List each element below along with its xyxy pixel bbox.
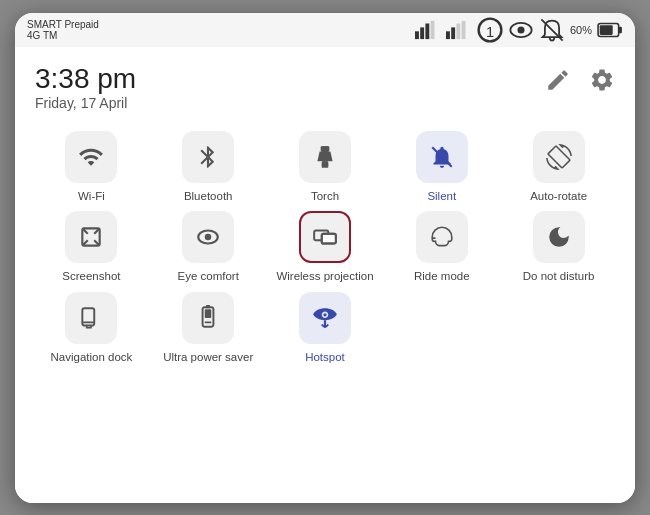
torch-icon-wrap	[299, 131, 351, 183]
qs-bluetooth[interactable]: Bluetooth	[152, 131, 265, 204]
svg-rect-34	[206, 305, 210, 308]
silent-icon	[429, 144, 455, 170]
wireless-projection-icon-wrap	[299, 211, 351, 263]
svg-rect-17	[322, 161, 329, 166]
svg-rect-14	[600, 25, 613, 35]
torch-icon	[312, 144, 338, 170]
qs-wifi[interactable]: Wi-Fi	[35, 131, 148, 204]
qs-autorotate[interactable]: Auto-rotate	[502, 131, 615, 204]
svg-point-25	[205, 234, 212, 241]
screenshot-label: Screenshot	[62, 269, 120, 284]
network-type: 4G TM	[27, 30, 99, 41]
donotdisturb-icon	[546, 224, 572, 250]
navdock-icon-wrap	[65, 292, 117, 344]
svg-rect-6	[456, 23, 460, 39]
svg-rect-27	[322, 234, 336, 244]
qs-screenshot[interactable]: Screenshot	[35, 211, 148, 284]
ridemode-label: Ride mode	[414, 269, 470, 284]
qs-wireless-projection[interactable]: Wireless projection	[269, 211, 382, 284]
screenshot-icon	[78, 224, 104, 250]
time-header: 3:38 pm Friday, 17 April	[35, 63, 615, 111]
svg-rect-7	[462, 20, 466, 38]
current-time: 3:38 pm	[35, 63, 136, 95]
navdock-icon	[78, 305, 104, 331]
status-bar: SMART Prepaid 4G TM 1	[15, 13, 635, 47]
eyecomfort-icon	[195, 224, 221, 250]
qs-hotspot[interactable]: Hotspot	[269, 292, 382, 365]
svg-rect-15	[619, 26, 622, 33]
ultrapowersaver-icon-wrap	[182, 292, 234, 344]
svg-rect-4	[446, 31, 450, 39]
navdock-label: Navigation dock	[50, 350, 132, 365]
wireless-projection-label: Wireless projection	[276, 269, 373, 284]
eyecomfort-icon-wrap	[182, 211, 234, 263]
eyecomfort-label: Eye comfort	[178, 269, 239, 284]
qs-navdock[interactable]: Navigation dock	[35, 292, 148, 365]
qs-ridemode[interactable]: Ride mode	[385, 211, 498, 284]
svg-rect-0	[415, 31, 419, 39]
qs-silent[interactable]: Silent	[385, 131, 498, 204]
svg-rect-33	[205, 310, 212, 319]
svg-rect-2	[425, 23, 429, 39]
autorotate-label: Auto-rotate	[530, 189, 587, 204]
ridemode-icon-wrap	[416, 211, 468, 263]
silent-icon-wrap	[416, 131, 468, 183]
qs-torch[interactable]: Torch	[269, 131, 382, 204]
qs-ultrapowersaver[interactable]: Ultra power saver	[152, 292, 265, 365]
bluetooth-icon-wrap	[182, 131, 234, 183]
donotdisturb-label: Do not disturb	[523, 269, 595, 284]
ridemode-icon	[429, 224, 455, 250]
wifi-icon	[78, 144, 104, 170]
battery-icon	[597, 17, 623, 43]
svg-point-11	[517, 26, 524, 33]
wireless-projection-icon	[312, 224, 338, 250]
settings-icon[interactable]	[589, 67, 615, 99]
phone-frame: SMART Prepaid 4G TM 1	[15, 13, 635, 503]
bluetooth-label: Bluetooth	[184, 189, 233, 204]
carrier-name: SMART Prepaid	[27, 19, 99, 30]
notification-panel: 3:38 pm Friday, 17 April	[15, 47, 635, 503]
status-right-icons: 1 60%	[415, 17, 623, 43]
current-date: Friday, 17 April	[35, 95, 136, 111]
svg-rect-5	[451, 27, 455, 39]
ultrapowersaver-icon	[195, 305, 221, 331]
autorotate-icon	[546, 144, 572, 170]
autorotate-icon-wrap	[533, 131, 585, 183]
battery-percent: 60%	[570, 24, 592, 36]
ultrapowersaver-label: Ultra power saver	[163, 350, 253, 365]
signal-icon-2	[446, 17, 472, 43]
edit-icon[interactable]	[545, 67, 571, 99]
qs-eyecomfort[interactable]: Eye comfort	[152, 211, 265, 284]
svg-point-36	[323, 314, 326, 317]
quick-settings-grid: Wi-Fi Bluetooth	[35, 131, 615, 366]
carrier-info: SMART Prepaid 4G TM	[27, 19, 99, 41]
eye-status-icon	[508, 17, 534, 43]
signal-icon	[415, 17, 441, 43]
svg-rect-3	[431, 20, 435, 38]
wifi-label: Wi-Fi	[78, 189, 105, 204]
silent-status-icon	[539, 17, 565, 43]
screenshot-icon-wrap	[65, 211, 117, 263]
bluetooth-icon	[195, 144, 221, 170]
qs-donotdisturb[interactable]: Do not disturb	[502, 211, 615, 284]
donotdisturb-icon-wrap	[533, 211, 585, 263]
silent-label: Silent	[427, 189, 456, 204]
header-action-icons	[545, 67, 615, 99]
torch-label: Torch	[311, 189, 339, 204]
sim-icon: 1	[477, 17, 503, 43]
hotspot-label: Hotspot	[305, 350, 345, 365]
hotspot-icon-wrap	[299, 292, 351, 344]
time-block: 3:38 pm Friday, 17 April	[35, 63, 136, 111]
svg-rect-1	[420, 27, 424, 39]
svg-rect-16	[321, 146, 330, 151]
svg-text:1: 1	[486, 23, 494, 39]
hotspot-icon	[312, 305, 338, 331]
wifi-icon-wrap	[65, 131, 117, 183]
